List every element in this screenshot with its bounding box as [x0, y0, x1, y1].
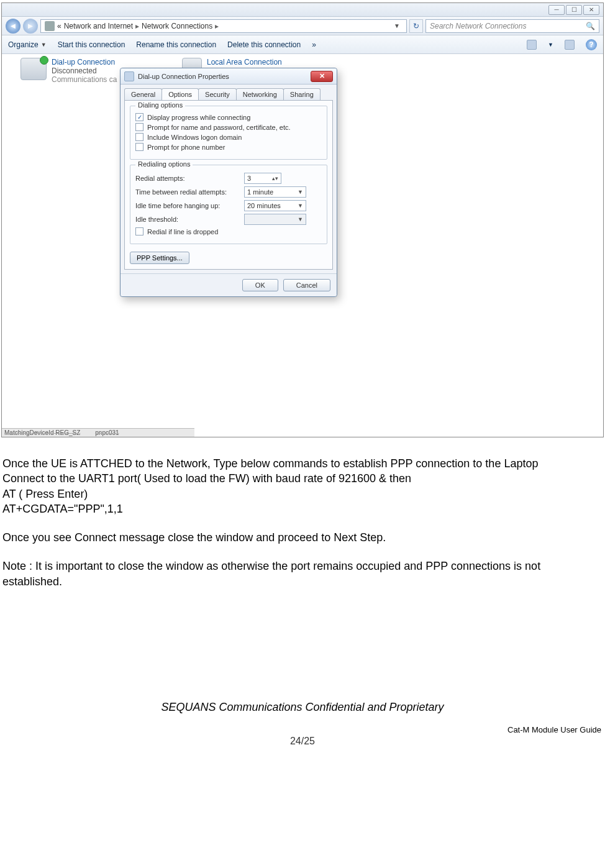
- input-redial-attempts[interactable]: 3▴▾: [244, 173, 281, 184]
- dialog-tabs: General Options Security Networking Shar…: [124, 88, 333, 100]
- checkbox-prompt-credentials[interactable]: Prompt for name and password, certificat…: [135, 123, 322, 131]
- label-redial-attempts: Redial attempts:: [135, 175, 244, 182]
- tab-options[interactable]: Options: [161, 88, 199, 100]
- breadcrumb-part[interactable]: Network Connections: [142, 22, 212, 30]
- start-connection-button[interactable]: Start this connection: [58, 40, 125, 49]
- delete-connection-button[interactable]: Delete this connection: [227, 40, 301, 49]
- confidential-notice: SEQUANS Communications Confidential and …: [0, 701, 605, 714]
- checkbox-redial-dropped[interactable]: Redial if line is dropped: [135, 227, 322, 235]
- tab-general[interactable]: General: [124, 88, 162, 100]
- tab-networking[interactable]: Networking: [236, 88, 284, 100]
- forward-button[interactable]: ►: [23, 19, 38, 34]
- connections-pane: Dial-up Connection Disconnected Communic…: [2, 54, 603, 437]
- checkbox-icon: [135, 123, 143, 131]
- cancel-button[interactable]: Cancel: [283, 279, 330, 291]
- spinner-icon[interactable]: ▴▾: [272, 175, 278, 181]
- checkbox-display-progress[interactable]: Display progress while connecting: [135, 113, 322, 121]
- paragraph: AT+CGDATA="PPP",1,1: [2, 501, 603, 516]
- dialup-icon: [20, 58, 47, 80]
- label-time-between: Time between redial attempts:: [135, 188, 244, 196]
- label-idle-threshold: Idle threshold:: [135, 216, 244, 223]
- organize-button[interactable]: Organize▼: [8, 40, 47, 49]
- embedded-screenshot: ─ ☐ ✕ ◄ ► « Network and Internet ▸ Netwo…: [1, 2, 604, 437]
- maximize-button[interactable]: ☐: [566, 5, 582, 15]
- dialog-icon: [124, 71, 134, 81]
- connection-item-dialup[interactable]: Dial-up Connection Disconnected Communic…: [20, 58, 117, 84]
- search-placeholder: Search Network Connections: [430, 22, 526, 30]
- help-button[interactable]: ?: [586, 39, 597, 50]
- breadcrumb-sep-icon: ▸: [215, 22, 219, 30]
- page-footer: SEQUANS Communications Confidential and …: [0, 701, 605, 747]
- dialog-title: Dial-up Connection Properties: [138, 73, 229, 80]
- group-legend: Redialing options: [135, 160, 193, 168]
- checkbox-prompt-phone[interactable]: Prompt for phone number: [135, 143, 322, 151]
- ppp-settings-button[interactable]: PPP Settings...: [130, 252, 189, 264]
- search-icon: 🔍: [586, 22, 595, 30]
- preview-pane-button[interactable]: [565, 40, 575, 50]
- select-time-between[interactable]: 1 minute▼: [244, 186, 306, 198]
- search-input[interactable]: Search Network Connections 🔍: [425, 19, 599, 33]
- redialing-options-group: Redialing options Redial attempts: 3▴▾ T…: [130, 165, 327, 244]
- document-body: Once the UE is ATTCHED to the Network, T…: [0, 437, 605, 589]
- refresh-button[interactable]: ↻: [409, 19, 423, 33]
- select-idle-threshold: ▼: [244, 214, 306, 225]
- connection-name: Dial-up Connection: [52, 58, 117, 66]
- checkbox-icon: [135, 113, 143, 121]
- toolbar: Organize▼ Start this connection Rename t…: [2, 35, 603, 54]
- connection-name: Local Area Connection: [207, 58, 282, 66]
- tab-sharing[interactable]: Sharing: [283, 88, 321, 100]
- close-button[interactable]: ✕: [583, 5, 599, 15]
- page-number: 24/25: [0, 736, 605, 747]
- address-bar-row: ◄ ► « Network and Internet ▸ Network Con…: [2, 17, 603, 35]
- paragraph: AT ( Press Enter): [2, 487, 603, 501]
- breadcrumb-sep-icon: ▸: [135, 22, 139, 30]
- label-idle-time: Idle time before hanging up:: [135, 202, 244, 209]
- dialog-close-button[interactable]: ✕: [311, 71, 333, 82]
- paragraph: Connect to the UART1 port( Used to load …: [2, 471, 603, 486]
- chevron-down-icon: ▼: [298, 203, 303, 209]
- breadcrumb[interactable]: « Network and Internet ▸ Network Connect…: [40, 19, 407, 33]
- back-button[interactable]: ◄: [6, 19, 20, 34]
- rename-connection-button[interactable]: Rename this connection: [136, 40, 216, 49]
- toolbar-overflow-button[interactable]: »: [312, 40, 316, 49]
- checkbox-logon-domain[interactable]: Include Windows logon domain: [135, 133, 322, 141]
- breadcrumb-dropdown-icon[interactable]: ▼: [391, 22, 403, 29]
- group-legend: Dialing options: [135, 101, 185, 109]
- window-controls: ─ ☐ ✕: [2, 3, 603, 17]
- tab-security[interactable]: Security: [198, 88, 237, 100]
- properties-dialog: Dial-up Connection Properties ✕ General …: [120, 68, 337, 297]
- paragraph: Once the UE is ATTCHED to the Network, T…: [2, 456, 603, 471]
- chevron-down-icon: ▼: [298, 189, 303, 195]
- tab-body: Dialing options Display progress while c…: [124, 100, 333, 270]
- network-icon: [45, 21, 55, 31]
- paragraph: Once you see Connect message close the w…: [2, 530, 603, 545]
- breadcrumb-part[interactable]: Network and Internet: [64, 22, 133, 30]
- guide-title: Cat-M Module User Guide: [0, 725, 605, 734]
- checkbox-icon: [135, 133, 143, 141]
- select-idle-time[interactable]: 20 minutes▼: [244, 200, 306, 211]
- view-button[interactable]: [527, 40, 537, 50]
- view-dropdown-icon[interactable]: ▼: [548, 42, 553, 48]
- dialog-titlebar[interactable]: Dial-up Connection Properties ✕: [121, 68, 337, 85]
- dialog-buttons: OK Cancel: [121, 273, 337, 296]
- paragraph: Note : It is important to close the wind…: [2, 559, 603, 589]
- checkbox-icon: [135, 143, 143, 151]
- ok-button[interactable]: OK: [242, 279, 278, 291]
- minimize-button[interactable]: ─: [548, 5, 565, 15]
- checkbox-icon: [135, 227, 143, 235]
- registry-strip: MatchingDeviceId REG_SZ pnpc031: [2, 428, 194, 437]
- chevron-down-icon: ▼: [298, 216, 303, 222]
- dialing-options-group: Dialing options Display progress while c…: [130, 106, 327, 160]
- connection-status: Disconnected: [52, 66, 117, 75]
- connection-device: Communications ca: [52, 75, 117, 84]
- breadcrumb-chevrons: «: [57, 22, 61, 30]
